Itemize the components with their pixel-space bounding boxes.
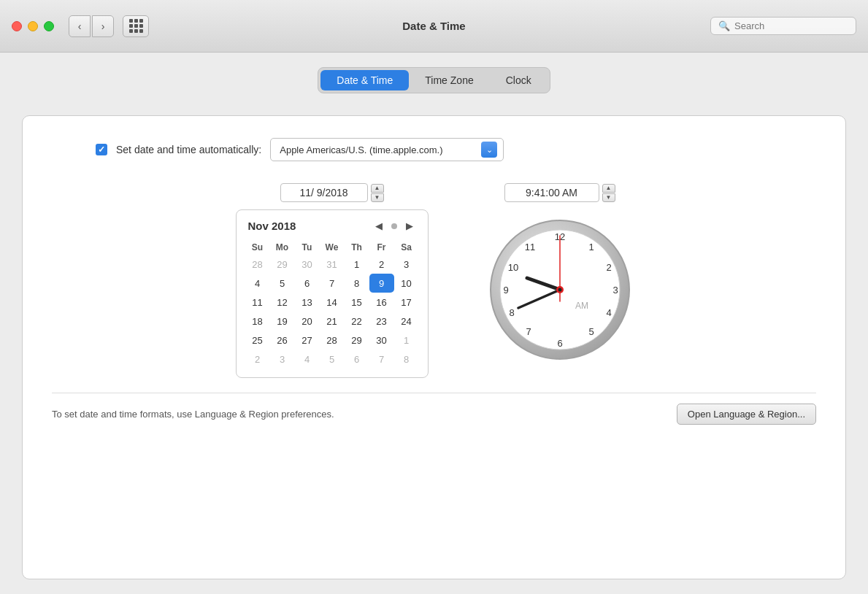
calendar-day[interactable]: 23 [369, 312, 394, 331]
back-button[interactable]: ‹ [69, 15, 91, 37]
date-field: 11/ 9/2018 ▲ ▼ [280, 183, 384, 202]
calendar-day[interactable]: 26 [270, 331, 295, 350]
tabs-container: Date & Time Time Zone Clock [318, 67, 550, 93]
time-input[interactable]: 9:41:00 AM [504, 183, 599, 202]
calendar-day[interactable]: 19 [270, 312, 295, 331]
calendar-prev-button[interactable]: ◀ [372, 219, 385, 233]
calendar-day[interactable]: 2 [369, 255, 394, 274]
bottom-bar: To set date and time formats, use Langua… [52, 393, 816, 425]
calendar-day[interactable]: 30 [295, 255, 320, 274]
svg-point-20 [558, 288, 561, 292]
calendar-day[interactable]: 4 [295, 350, 320, 369]
day-header-tu: Tu [295, 240, 320, 255]
main-panel: ✓ Set date and time automatically: Apple… [22, 115, 846, 579]
calendar-day[interactable]: 22 [345, 312, 369, 331]
content-area: Date & Time Time Zone Clock ✓ Set date a… [0, 53, 868, 594]
search-input[interactable] [734, 20, 844, 31]
search-icon: 🔍 [718, 20, 730, 31]
calendar-day[interactable]: 12 [270, 293, 295, 312]
day-header-fr: Fr [369, 240, 394, 255]
auto-time-row: ✓ Set date and time automatically: Apple… [96, 138, 816, 161]
calendar-day[interactable]: 29 [270, 255, 295, 274]
svg-text:11: 11 [524, 242, 534, 252]
svg-text:9: 9 [503, 285, 508, 296]
time-field: 9:41:00 AM ▲ ▼ [504, 183, 615, 202]
calendar-day[interactable]: 30 [369, 331, 394, 350]
calendar-day[interactable]: 7 [369, 350, 394, 369]
calendar-day[interactable]: 11 [245, 293, 270, 312]
calendar-day[interactable]: 28 [320, 331, 345, 350]
date-stepper-up[interactable]: ▲ [371, 184, 384, 193]
calendar-day[interactable]: 20 [295, 312, 320, 331]
grid-view-button[interactable] [123, 15, 149, 37]
minimize-button[interactable] [28, 21, 38, 31]
time-stepper-down[interactable]: ▼ [602, 193, 615, 202]
calendar-day[interactable]: 18 [245, 312, 270, 331]
svg-text:AM: AM [575, 301, 588, 311]
calendar-day[interactable]: 9 [369, 274, 394, 293]
calendar-day[interactable]: 16 [369, 293, 394, 312]
date-clock-row: 11/ 9/2018 ▲ ▼ Nov 2018 ◀ ▶ [52, 183, 816, 378]
time-stepper-up[interactable]: ▲ [602, 184, 615, 193]
calendar-day[interactable]: 27 [295, 331, 320, 350]
date-stepper-down[interactable]: ▼ [371, 193, 384, 202]
dropdown-arrow-icon: ⌄ [481, 142, 497, 158]
search-bar[interactable]: 🔍 [710, 17, 856, 35]
auto-time-checkbox[interactable]: ✓ [96, 144, 107, 155]
calendar-day[interactable]: 24 [394, 312, 419, 331]
calendar-day[interactable]: 28 [245, 255, 270, 274]
calendar-day[interactable]: 17 [394, 293, 419, 312]
day-header-sa: Sa [394, 240, 419, 255]
time-stepper: ▲ ▼ [602, 184, 615, 202]
calendar-day[interactable]: 5 [270, 274, 295, 293]
calendar-day[interactable]: 3 [270, 350, 295, 369]
calendar-nav: ◀ ▶ [372, 219, 416, 233]
calendar-day[interactable]: 6 [345, 350, 369, 369]
bottom-info-text: To set date and time formats, use Langua… [52, 409, 334, 420]
calendar-day[interactable]: 3 [394, 255, 419, 274]
maximize-button[interactable] [44, 21, 54, 31]
date-input[interactable]: 11/ 9/2018 [280, 183, 368, 202]
calendar-day[interactable]: 4 [245, 274, 270, 293]
grid-icon [129, 19, 143, 33]
calendar-day[interactable]: 1 [345, 255, 369, 274]
svg-text:2: 2 [606, 262, 611, 273]
tab-clock[interactable]: Clock [490, 70, 548, 90]
calendar-next-button[interactable]: ▶ [403, 219, 416, 233]
calendar-day[interactable]: 14 [320, 293, 345, 312]
forward-button[interactable]: › [92, 15, 114, 37]
day-header-su: Su [245, 240, 270, 255]
svg-text:7: 7 [526, 326, 531, 337]
calendar-day[interactable]: 1 [394, 331, 419, 350]
open-language-region-button[interactable]: Open Language & Region... [677, 404, 816, 425]
calendar-day[interactable]: 5 [320, 350, 345, 369]
window-title: Date & Time [402, 20, 465, 32]
day-header-th: Th [345, 240, 369, 255]
svg-text:10: 10 [507, 262, 518, 273]
calendar-day[interactable]: 7 [320, 274, 345, 293]
calendar-grid: Su Mo Tu We Th Fr Sa 282930311234567 [245, 240, 419, 369]
calendar-day[interactable]: 13 [295, 293, 320, 312]
tab-time-zone[interactable]: Time Zone [409, 70, 489, 90]
calendar-day[interactable]: 15 [345, 293, 369, 312]
calendar-day[interactable]: 21 [320, 312, 345, 331]
calendar-day[interactable]: 31 [320, 255, 345, 274]
svg-text:6: 6 [557, 338, 562, 349]
tab-date-time[interactable]: Date & Time [320, 70, 409, 90]
nav-buttons: ‹ › [69, 15, 114, 37]
date-section: 11/ 9/2018 ▲ ▼ Nov 2018 ◀ ▶ [236, 183, 429, 378]
calendar-day[interactable]: 2 [245, 350, 270, 369]
traffic-lights [12, 21, 54, 31]
calendar-day[interactable]: 29 [345, 331, 369, 350]
server-dropdown[interactable]: Apple Americas/U.S. (time.apple.com.) ⌄ [270, 138, 504, 161]
calendar-day[interactable]: 8 [394, 350, 419, 369]
calendar-day[interactable]: 25 [245, 331, 270, 350]
day-header-mo: Mo [270, 240, 295, 255]
svg-text:8: 8 [509, 307, 514, 318]
calendar-day[interactable]: 6 [295, 274, 320, 293]
titlebar: ‹ › Date & Time 🔍 [0, 0, 868, 53]
calendar-day[interactable]: 8 [345, 274, 369, 293]
calendar-day[interactable]: 10 [394, 274, 419, 293]
close-button[interactable] [12, 21, 22, 31]
calendar-month-year: Nov 2018 [248, 220, 296, 232]
